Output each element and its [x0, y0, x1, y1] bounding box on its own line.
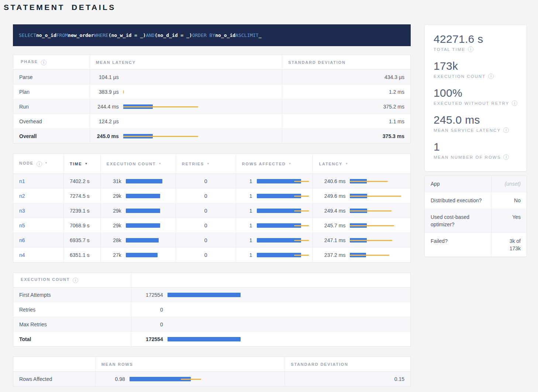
detail-value: No	[492, 192, 527, 209]
info-icon[interactable]: i	[73, 278, 78, 283]
info-icon[interactable]: i	[468, 47, 473, 52]
std-dev-column-header: STANDARD DEVIATION	[282, 55, 411, 70]
mean-rows-value: 0.98	[101, 376, 125, 382]
stddev-line	[350, 240, 367, 241]
phase-latency-table: PHASEi MEAN LATENCY STANDARD DEVIATION P…	[13, 55, 411, 144]
node-time: 6935.7 s	[63, 233, 100, 248]
sort-arrow-icon: ▼	[345, 162, 349, 165]
retries-value: 0	[176, 189, 236, 203]
detail-label: Used cost-based optimizer?	[425, 209, 492, 233]
node-link[interactable]: n6	[19, 237, 25, 243]
node-statistics-table: NODEi▼TIME▼EXECUTION COUNT▼RETRIES▼ROWS …	[13, 154, 411, 262]
retries-value: 0	[176, 174, 236, 189]
latency-bar	[123, 89, 276, 94]
node-time: 7274.5 s	[63, 189, 100, 203]
sql-identifier: new_order	[68, 32, 94, 38]
side-column: 42271.6 sTOTAL TIMEi173kEXECUTION COUNTi…	[424, 24, 527, 257]
std-dev-value: 1.1 ms	[282, 114, 411, 129]
sql-identifier: _	[259, 32, 262, 38]
detail-row: Distributed execution?No	[425, 192, 527, 209]
rows-affected-bar	[257, 238, 307, 243]
info-icon[interactable]: i	[488, 73, 494, 79]
node-link[interactable]: n1	[19, 178, 25, 184]
rows-affected-bar	[257, 179, 307, 184]
phase-row: Plan383.9 µs1.2 ms	[13, 85, 411, 99]
node-row: n57068.9 s29k01245.7 ms	[13, 218, 411, 233]
summary-stat: 245.0 msMEAN SERVICE LATENCYi	[434, 114, 518, 133]
column-header-time[interactable]: TIME▼	[63, 154, 100, 174]
execution-count-bar	[168, 337, 404, 342]
execution-count-bar	[126, 252, 170, 258]
retries-value: 0	[176, 233, 236, 248]
info-icon[interactable]: i	[503, 127, 509, 133]
detail-row: Used cost-based optimizer?Yes	[425, 209, 527, 233]
sql-identifier: (no_w_id = _)	[108, 32, 146, 38]
stddev-line	[181, 379, 201, 380]
execution-count-bar	[126, 193, 170, 199]
mean-latency-value: 245.0 ms	[96, 133, 119, 139]
execution-count-value: 0	[137, 307, 163, 313]
rows-affected-bar	[257, 193, 307, 199]
column-header-rows-affected[interactable]: ROWS AFFECTED▼	[236, 154, 313, 174]
latency-value: 247.1 ms	[319, 237, 345, 243]
main-column: SELECT no_o_id FROM new_order WHERE (no_…	[13, 24, 411, 386]
info-icon[interactable]: i	[503, 154, 509, 160]
node-time: 7402.2 s	[63, 174, 100, 189]
phase-row: Overall245.0 ms375.3 ms	[13, 129, 411, 144]
std-dev-column-header: STANDARD DEVIATION	[285, 357, 411, 372]
info-icon[interactable]: i	[512, 100, 517, 106]
detail-row: Failed?3k of 173k	[425, 233, 527, 257]
sql-keyword: ORDER BY	[192, 32, 215, 38]
latency-bar	[350, 179, 404, 184]
stddev-line	[294, 181, 309, 182]
sort-arrow-icon: ▼	[45, 161, 48, 165]
phase-name: Plan	[13, 85, 90, 99]
detail-label: App	[425, 176, 492, 192]
execution-count-bar	[126, 208, 170, 213]
mean-latency-value: 383.9 µs	[96, 89, 119, 95]
sql-keyword: LIMIT	[244, 32, 259, 38]
phase-name: Overhead	[13, 114, 90, 129]
rows-affected-value: 1	[242, 178, 252, 184]
mean-rows-bar	[130, 376, 279, 382]
latency-bar	[350, 223, 404, 228]
retries-value: 0	[176, 218, 236, 233]
node-row: n17402.2 s31k01240.6 ms	[13, 174, 411, 189]
execution-count-bar	[168, 322, 404, 327]
phase-name: Parse	[13, 70, 90, 85]
stat-value: 173k	[434, 60, 518, 72]
column-header-execution-count[interactable]: EXECUTION COUNT▼	[100, 154, 176, 174]
rows-affected-value: 1	[242, 252, 252, 258]
execution-count-value: 31k	[107, 178, 121, 184]
execution-count-label: Retries	[13, 302, 131, 317]
column-header-node[interactable]: NODEi▼	[13, 154, 64, 174]
node-row: n46351.1 s27k01237.2 ms	[13, 248, 411, 262]
execution-count-value: 27k	[107, 252, 121, 258]
node-link[interactable]: n2	[19, 193, 25, 199]
column-label: TIME	[70, 162, 82, 166]
latency-bar	[123, 104, 276, 109]
latency-bar	[123, 75, 276, 80]
column-header-latency[interactable]: LATENCY▼	[313, 154, 411, 174]
node-link[interactable]: n5	[19, 223, 25, 228]
column-header-retries[interactable]: RETRIES▼	[176, 154, 236, 174]
page-title: STATEMENT DETAILS	[4, 3, 538, 12]
sql-identifier: no_o_id	[215, 32, 235, 38]
info-icon[interactable]: i	[41, 60, 46, 65]
latency-bar	[350, 252, 404, 258]
stat-value: 100%	[434, 87, 518, 99]
node-link[interactable]: n3	[19, 208, 25, 214]
stddev-line	[294, 225, 309, 226]
latency-bar	[350, 208, 404, 213]
sql-identifier: (no_d_id = _)	[155, 32, 192, 38]
node-time: 7239.1 s	[63, 203, 100, 218]
column-label: RETRIES	[182, 162, 204, 166]
node-link[interactable]: n4	[19, 252, 25, 258]
detail-value: Yes	[492, 209, 527, 233]
stddev-line	[350, 196, 367, 197]
info-icon[interactable]: i	[37, 161, 42, 167]
execution-count-row: First Attempts172554	[13, 288, 411, 302]
column-label: LATENCY	[319, 162, 342, 166]
phase-name: Overall	[13, 129, 90, 144]
mean-latency-value: 104.1 µs	[96, 74, 119, 80]
